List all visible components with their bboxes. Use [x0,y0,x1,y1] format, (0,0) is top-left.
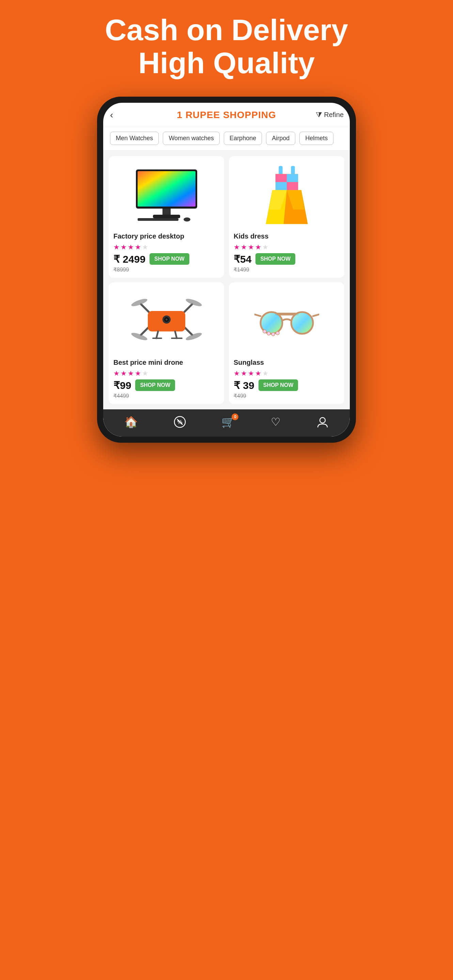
nav-cart[interactable]: 🛒 0 [222,415,235,428]
product-name-0: Factory price desktop [113,232,219,240]
bottom-navigation: 🏠 % 🛒 0 ♡ [103,409,350,437]
filter-helmets[interactable]: Helmets [299,132,333,145]
svg-point-40 [267,332,270,335]
svg-rect-11 [275,182,286,190]
products-grid: Factory price desktop ★ ★ ★ ★ ★ ₹ 2499 S… [103,151,350,409]
product-card-2: Best price mini drone ★ ★ ★ ★ ★ ₹99 SHOP… [108,282,224,404]
svg-point-29 [166,318,167,321]
svg-point-22 [131,297,148,307]
svg-rect-9 [275,174,286,182]
shop-now-button-0[interactable]: SHOP NOW [150,253,189,265]
product-name-2: Best price mini drone [113,359,219,366]
product-card-3: Sunglass ★ ★ ★ ★ ★ ₹ 39 SHOP NOW ₹499 [229,282,345,404]
product-price-row-2: ₹99 SHOP NOW [113,379,219,391]
product-stars-3: ★ ★ ★ ★ ★ [234,369,340,377]
svg-point-41 [271,332,275,336]
svg-rect-12 [287,182,298,190]
shop-now-button-3[interactable]: SHOP NOW [258,379,298,391]
svg-line-19 [183,304,192,313]
product-price-1: ₹54 [234,253,251,265]
filter-airpod[interactable]: Airpod [266,132,295,145]
product-stars-2: ★ ★ ★ ★ ★ [113,369,219,377]
filter-icon: ⧩ [316,111,322,119]
product-stars-0: ★ ★ ★ ★ ★ [113,243,219,251]
svg-line-31 [175,331,177,338]
product-price-3: ₹ 39 [234,379,254,391]
product-original-price-0: ₹8999 [113,266,219,273]
filter-women-watches[interactable]: Women watches [163,132,220,145]
nav-wishlist[interactable]: ♡ [271,415,281,428]
product-stars-1: ★ ★ ★ ★ ★ [234,243,340,251]
filter-men-watches[interactable]: Men Watches [110,132,159,145]
svg-point-42 [276,331,279,335]
hero-line1: Cash on Delivery [105,13,348,47]
profile-icon [316,416,329,428]
product-image-1 [234,161,340,229]
svg-line-37 [254,314,260,316]
svg-line-18 [141,304,150,313]
product-card-0: Factory price desktop ★ ★ ★ ★ ★ ₹ 2499 S… [108,156,224,278]
phone-screen: ‹ 1 RUPEE SHOPPING ⧩ Refine Men Watches … [103,103,350,437]
shop-now-button-1[interactable]: SHOP NOW [255,253,295,265]
back-button[interactable]: ‹ [110,110,113,121]
shop-now-button-2[interactable]: SHOP NOW [135,379,175,391]
svg-rect-10 [287,174,298,182]
nav-home[interactable]: 🏠 [124,415,138,428]
svg-point-25 [185,331,202,341]
svg-line-30 [156,331,158,338]
refine-button[interactable]: ⧩ Refine [316,111,344,119]
svg-rect-3 [153,215,180,218]
app-title: 1 RUPEE SHOPPING [177,110,276,121]
nav-offers[interactable]: % [174,416,186,428]
nav-profile[interactable] [316,416,329,428]
product-card-1: Kids dress ★ ★ ★ ★ ★ ₹54 SHOP NOW ₹1499 [229,156,345,278]
product-original-price-1: ₹1499 [234,266,340,273]
svg-point-24 [131,331,148,341]
svg-rect-2 [163,208,171,215]
hero-line2: High Quality [138,46,315,80]
product-name-3: Sunglass [234,359,340,366]
svg-rect-4 [137,218,179,221]
svg-point-39 [263,330,266,333]
wishlist-icon: ♡ [271,415,281,428]
product-price-row-0: ₹ 2499 SHOP NOW [113,253,219,265]
app-header: ‹ 1 RUPEE SHOPPING ⧩ Refine [103,103,350,126]
product-price-row-3: ₹ 39 SHOP NOW [234,379,340,391]
svg-point-36 [291,312,313,334]
filter-earphone[interactable]: Earphone [224,132,262,145]
product-name-1: Kids dress [234,232,340,240]
svg-point-46 [320,417,325,423]
product-price-row-1: ₹54 SHOP NOW [234,253,340,265]
product-price-2: ₹99 [113,379,131,391]
product-image-0 [113,161,219,229]
cart-badge: 0 [231,414,238,420]
product-original-price-2: ₹4499 [113,393,219,399]
offer-icon: % [174,416,186,428]
product-price-0: ₹ 2499 [113,253,145,265]
product-image-2 [113,287,219,355]
hero-section: Cash on Delivery High Quality [98,14,355,97]
refine-label: Refine [324,111,344,119]
svg-point-5 [183,218,190,221]
svg-line-38 [313,314,319,316]
home-icon: 🏠 [124,415,138,428]
svg-point-23 [185,297,202,307]
svg-rect-1 [137,171,196,207]
phone-mockup: ‹ 1 RUPEE SHOPPING ⧩ Refine Men Watches … [97,97,356,443]
filter-row: Men Watches Women watches Earphone Airpo… [103,126,350,151]
product-original-price-3: ₹499 [234,393,340,399]
product-image-3 [234,287,340,355]
